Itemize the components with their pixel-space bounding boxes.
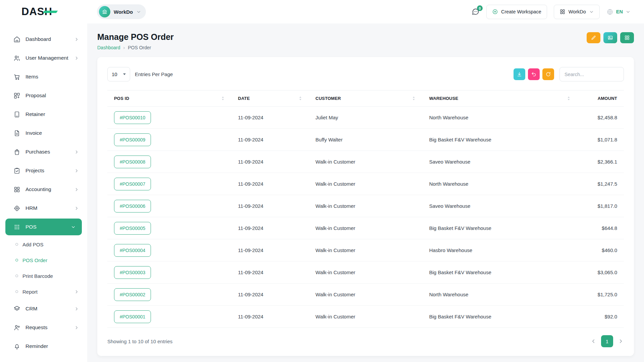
date-cell: 11-09-2024 [231, 129, 309, 151]
grid-icon [13, 186, 20, 193]
pos-id-button[interactable]: #POS00010 [114, 111, 151, 124]
warehouse-cell: North Warehouse [422, 284, 577, 306]
sidebar-item-crm[interactable]: CRM [0, 300, 87, 317]
sidebar-subitem-add-pos[interactable]: Add POS [0, 237, 87, 251]
chevron-left-icon [590, 338, 596, 344]
sidebar-item-label: POS [25, 224, 37, 230]
sidebar-item-proposal[interactable]: Proposal [0, 87, 87, 104]
amount-cell: $1,247.5 [577, 173, 624, 195]
pos-id-button[interactable]: #POS00003 [114, 266, 151, 279]
sidebar-subitem-label: POS Order [22, 257, 47, 263]
refresh-button[interactable] [542, 68, 554, 80]
page-1-button[interactable]: 1 [601, 335, 613, 347]
customer-cell: Walk-in Customer [309, 239, 423, 261]
pos-id-button[interactable]: #POS00005 [114, 222, 151, 235]
customer-cell: Walk-in Customer [309, 284, 423, 306]
edit-button[interactable] [587, 32, 600, 43]
gallery-button[interactable] [603, 32, 617, 43]
export-button[interactable] [514, 68, 525, 80]
sidebar-item-hrm[interactable]: HRM [0, 200, 87, 217]
grid-icon [624, 35, 630, 41]
logo-text: DASH [21, 6, 52, 18]
sort-icon [567, 96, 571, 101]
sidebar-item-purchases[interactable]: Purchases [0, 143, 87, 160]
top-bar: DASH WorkDo 0 Create Workspace WorkDo [0, 0, 644, 23]
pos-id-button[interactable]: #POS00009 [114, 133, 151, 146]
circle-icon [15, 290, 18, 293]
messages-button[interactable]: 0 [472, 8, 480, 16]
column-header-pos-id[interactable]: POS ID [107, 90, 231, 107]
pos-id-cell: #POS00001 [107, 306, 231, 328]
workspace-avatar [99, 6, 110, 17]
pos-id-button[interactable]: #POS00002 [114, 288, 151, 301]
sidebar-item-label: HRM [25, 205, 37, 211]
amount-cell: $2,366.1 [577, 151, 624, 173]
pos-id-cell: #POS00003 [107, 261, 231, 284]
chevron-down-icon [71, 225, 76, 230]
workspace-selector[interactable]: WorkDo [97, 4, 146, 19]
pos-id-button[interactable]: #POS00007 [114, 178, 151, 190]
pos-id-button[interactable]: #POS00008 [114, 156, 151, 168]
date-cell: 11-09-2024 [231, 195, 309, 217]
sidebar-item-label: Requests [25, 324, 47, 330]
sidebar-item-retainer[interactable]: Retainer [0, 106, 87, 123]
sidebar-subitem-print-barcode[interactable]: Print Barcode [0, 269, 87, 283]
previous-page-button[interactable] [590, 338, 596, 344]
sidebar-item-label: Reminder [25, 343, 48, 349]
sidebar-item-dashboard[interactable]: Dashboard [0, 31, 87, 48]
customer-cell: Juliet May [309, 107, 423, 129]
sidebar-item-items[interactable]: Items [0, 68, 87, 85]
sidebar-subitem-pos-order[interactable]: POS Order [0, 253, 87, 267]
circle-icon [15, 259, 18, 261]
customer-cell: Walk-in Customer [309, 195, 423, 217]
language-selector[interactable]: EN [606, 8, 631, 15]
amount-cell: $2,458.8 [577, 107, 624, 129]
sidebar-item-projects[interactable]: Projects [0, 162, 87, 179]
table-row: #POS00006 11-09-2024 Walk-in Customer Sa… [107, 195, 624, 217]
sidebar-subitem-report[interactable]: Report [0, 285, 87, 299]
breadcrumb-dashboard-link[interactable]: Dashboard [97, 45, 120, 50]
column-header-warehouse[interactable]: WAREHOUSE [422, 90, 577, 107]
table-row: #POS00004 11-09-2024 Walk-in Customer Ha… [107, 239, 624, 261]
plus-circle-icon [492, 9, 498, 15]
sort-icon [221, 96, 225, 101]
chevron-right-icon [74, 206, 79, 211]
pos-id-button[interactable]: #POS00006 [114, 200, 151, 213]
reset-button[interactable] [528, 68, 540, 80]
table-actions [514, 67, 624, 81]
sidebar-item-pos[interactable]: POS [5, 219, 82, 235]
warehouse-cell: North Warehouse [422, 107, 577, 129]
sidebar-item-reminder[interactable]: Reminder [0, 338, 87, 355]
entries-per-page-label: Entries Per Page [135, 71, 173, 77]
amount-cell: $644.8 [577, 217, 624, 239]
next-page-button[interactable] [618, 338, 624, 344]
brand-logo: DASH [0, 6, 87, 18]
column-header-customer[interactable]: CUSTOMER [309, 90, 423, 107]
pos-id-button[interactable]: #POS00004 [114, 244, 151, 257]
sidebar-item-label: Proposal [25, 93, 46, 99]
sidebar-item-accounting[interactable]: Accounting [0, 181, 87, 198]
table-row: #POS00002 11-09-2024 Walk-in Customer No… [107, 284, 624, 306]
column-header-amount[interactable]: AMOUNT [577, 90, 624, 107]
bell-icon [13, 343, 20, 350]
apps-icon [13, 224, 20, 231]
date-cell: 11-09-2024 [231, 261, 309, 284]
search-input[interactable] [559, 67, 624, 81]
company-menu-label: WorkDo [569, 9, 586, 14]
table-footer: Showing 1 to 10 of 10 entries 1 [107, 328, 624, 351]
sidebar-item-requests[interactable]: Requests [0, 319, 87, 336]
sidebar-item-invoice[interactable]: Invoice [0, 125, 87, 141]
create-workspace-button[interactable]: Create Workspace [486, 5, 547, 19]
sidebar-item-user-management[interactable]: User Management [0, 50, 87, 66]
company-menu-button[interactable]: WorkDo [554, 5, 600, 19]
date-cell: 11-09-2024 [231, 151, 309, 173]
pos-id-button[interactable]: #POS00001 [114, 310, 151, 323]
entries-per-page-select[interactable]: 10 [107, 67, 130, 81]
download-icon [517, 71, 522, 77]
sidebar-item-label: Projects [25, 168, 44, 174]
column-header-date[interactable]: DATE [231, 90, 309, 107]
chevron-right-icon [74, 37, 79, 42]
sidebar-subitem-label: Add POS [22, 242, 44, 247]
grid-view-button[interactable] [620, 32, 634, 43]
chevron-right-icon [74, 168, 79, 173]
